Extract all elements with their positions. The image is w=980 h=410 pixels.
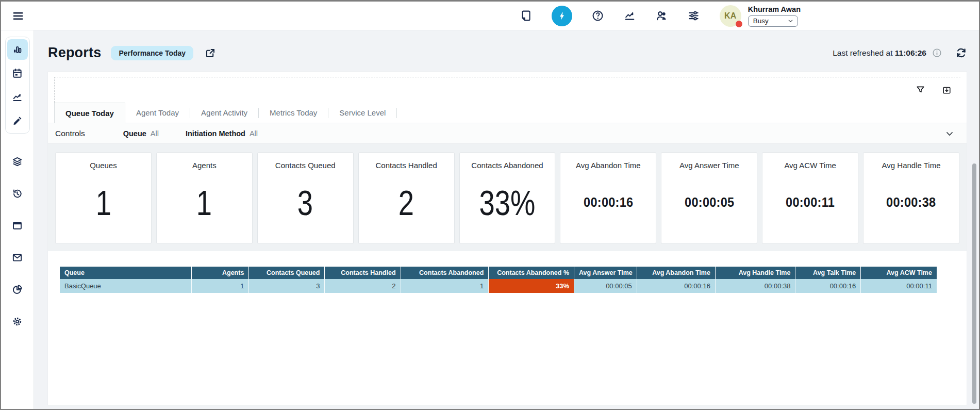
metric-card-value: 00:00:16: [584, 195, 633, 210]
window-icon: [11, 220, 23, 232]
mail-icon: [11, 252, 23, 264]
avatar-initials: KA: [724, 11, 736, 21]
table-cell: 00:00:38: [715, 279, 795, 293]
quick-actions-button[interactable]: [552, 6, 572, 26]
menu-button[interactable]: [9, 7, 27, 25]
note-icon: [520, 9, 533, 22]
metric-card: Agents1: [156, 152, 253, 244]
filter-initiation-method[interactable]: Initiation MethodAll: [186, 129, 258, 138]
metric-card-label: Agents: [192, 161, 217, 170]
settings-sliders-button[interactable]: [687, 9, 700, 22]
sidebar-item-email[interactable]: [7, 247, 28, 268]
metric-cards: Queues1Agents1Contacts Queued3Contacts H…: [48, 144, 967, 251]
metric-card-value-wrap: 2: [396, 170, 416, 243]
vertical-scrollbar[interactable]: [972, 163, 976, 404]
filter-value: All: [151, 129, 159, 138]
tab-agent-today[interactable]: Agent Today: [125, 102, 190, 123]
metric-card-value: 1: [95, 183, 111, 223]
topbar: KA Khurram Awan Busy: [1, 2, 979, 30]
topbar-icon-group: [520, 6, 700, 26]
download-button[interactable]: [941, 85, 952, 95]
table-column-header[interactable]: Avg Answer Time: [574, 267, 637, 279]
collapse-controls-button[interactable]: [944, 128, 955, 139]
metric-card-label: Avg Answer Time: [679, 161, 739, 170]
table-cell: 00:00:16: [795, 279, 861, 293]
table-column-header[interactable]: Avg Abandon Time: [637, 267, 715, 279]
sidebar-item-metrics[interactable]: [7, 87, 28, 107]
sidebar-item-window[interactable]: [7, 215, 28, 236]
metric-card-label: Contacts Abandoned: [471, 161, 543, 170]
table-column-header[interactable]: Contacts Queued: [249, 267, 325, 279]
bar-chart-icon: [11, 44, 23, 56]
chevron-down-icon: [944, 128, 955, 139]
table-column-header[interactable]: Queue: [60, 267, 191, 279]
info-button[interactable]: [932, 47, 942, 58]
status-value: Busy: [753, 17, 769, 25]
app-window: KA Khurram Awan Busy: [0, 0, 980, 410]
sidebar-item-pie-report[interactable]: [7, 279, 28, 300]
report-panel: Queue TodayAgent TodayAgent ActivityMetr…: [47, 71, 967, 406]
info-icon: [932, 47, 942, 58]
sidebar-item-history[interactable]: [7, 183, 28, 204]
status-select[interactable]: Busy: [748, 15, 798, 27]
table-column-header[interactable]: Contacts Handled: [325, 267, 401, 279]
directory-button[interactable]: [655, 9, 668, 22]
table-column-header[interactable]: Avg ACW Time: [861, 267, 937, 279]
last-refreshed-text: Last refreshed at 11:06:26: [833, 48, 926, 58]
filter-name: Initiation Method: [186, 129, 245, 138]
sidebar-item-calendar[interactable]: [7, 63, 28, 84]
table-column-header[interactable]: Agents: [191, 267, 249, 279]
sidebar: [1, 30, 34, 409]
metric-card-label: Avg Handle Time: [882, 161, 941, 170]
sidebar-item-settings[interactable]: [7, 311, 28, 332]
filter-queue[interactable]: QueueAll: [123, 129, 159, 138]
status-dot: [736, 21, 742, 27]
help-button[interactable]: [591, 9, 604, 22]
note-button[interactable]: [520, 9, 533, 22]
table-column-header[interactable]: Contacts Abandoned %: [489, 267, 574, 279]
table-column-header[interactable]: Contacts Abandoned: [401, 267, 489, 279]
controls-label: Controls: [55, 129, 85, 138]
metric-card-label: Contacts Handled: [375, 161, 437, 170]
metric-card-value: 1: [196, 183, 212, 223]
sidebar-item-layers[interactable]: [7, 151, 28, 172]
gear-icon: [11, 316, 23, 327]
table-cell: 00:00:11: [861, 279, 937, 293]
table-column-header[interactable]: Avg Handle Time: [715, 267, 795, 279]
pie-chart-icon: [11, 284, 23, 296]
sidebar-item-customize[interactable]: [7, 110, 28, 131]
widget-toolbar: [54, 77, 960, 103]
tab-agent-activity[interactable]: Agent Activity: [190, 102, 258, 123]
metric-card-value: 33%: [479, 183, 536, 223]
metric-card: Contacts Handled2: [358, 152, 455, 244]
hamburger-icon: [12, 10, 24, 22]
table-column-header[interactable]: Avg Talk Time: [795, 267, 861, 279]
lightning-icon: [556, 10, 568, 22]
metric-card-value-wrap: 00:00:38: [885, 170, 937, 243]
download-icon: [941, 85, 952, 95]
line-chart-icon: [11, 91, 23, 103]
filter-button[interactable]: [915, 85, 926, 95]
avatar[interactable]: KA: [720, 5, 741, 27]
metric-card-value-wrap: 1: [194, 170, 214, 243]
tab-queue-today[interactable]: Queue Today: [54, 103, 125, 123]
sliders-icon: [687, 9, 700, 22]
external-link-icon: [204, 47, 217, 59]
metric-card-value-wrap: 00:00:16: [582, 170, 635, 243]
tab-service-level[interactable]: Service Level: [328, 102, 396, 123]
table-cell: 1: [401, 279, 489, 293]
refresh-button[interactable]: [955, 46, 968, 59]
last-refreshed-label: Last refreshed at: [833, 48, 892, 57]
metric-card-value-wrap: 3: [295, 170, 315, 243]
tab-metrics-today[interactable]: Metrics Today: [259, 102, 328, 123]
open-external-button[interactable]: [204, 47, 217, 59]
queue-table-section: QueueAgentsContacts QueuedContacts Handl…: [48, 251, 967, 405]
history-icon: [11, 188, 23, 200]
metrics-button[interactable]: [623, 9, 636, 22]
page-title: Reports: [48, 45, 101, 61]
metric-card: Avg ACW Time00:00:11: [762, 152, 858, 244]
filter-value: All: [250, 129, 258, 138]
filter-name: Queue: [123, 129, 146, 138]
sidebar-item-dashboard[interactable]: [7, 39, 28, 60]
metric-card: Avg Answer Time00:00:05: [661, 152, 757, 244]
